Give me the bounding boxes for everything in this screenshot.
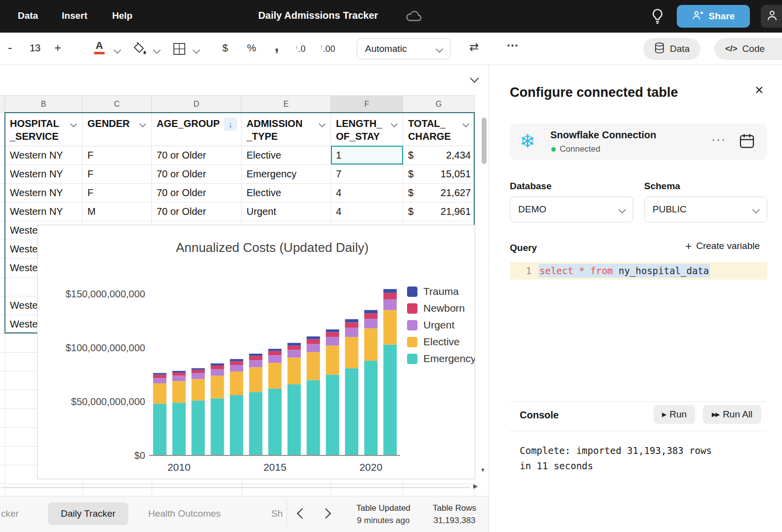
column-letter-E[interactable]: E xyxy=(242,96,331,113)
font-size-increase-button[interactable]: + xyxy=(54,41,61,55)
increase-decimal-button[interactable]: ↑.00 xyxy=(320,43,335,54)
toolbar-overflow-button[interactable]: ··· xyxy=(507,39,519,52)
comma-format-button[interactable]: , xyxy=(275,38,279,54)
menu-insert[interactable]: Insert xyxy=(62,10,87,21)
currency-format-button[interactable]: $ xyxy=(222,42,228,54)
close-panel-icon[interactable]: × xyxy=(755,82,764,97)
schema-select[interactable]: PUBLIC xyxy=(644,197,767,222)
column-header-gender[interactable]: GENDER xyxy=(82,113,152,146)
run-button[interactable]: ▶ Run xyxy=(654,405,695,424)
text-color-button[interactable]: A xyxy=(94,40,105,54)
cell[interactable]: M xyxy=(82,203,152,221)
number-format-select[interactable]: Automatic xyxy=(357,39,451,59)
cell[interactable]: $21,961 xyxy=(403,203,475,221)
tab-daily-tracker[interactable]: Daily Tracker xyxy=(48,502,128,525)
avatar-button[interactable] xyxy=(761,5,782,28)
cell[interactable]: Urgent xyxy=(242,203,331,221)
data-panel-label: Data xyxy=(670,43,690,54)
cell[interactable]: 70 or Older xyxy=(152,165,242,184)
borders-chevron-icon[interactable] xyxy=(194,46,199,55)
menu-help[interactable]: Help xyxy=(112,10,132,21)
swap-icon[interactable]: ⇄ xyxy=(469,41,479,54)
fill-color-icon[interactable] xyxy=(133,42,147,58)
cell[interactable]: $21,627 xyxy=(403,184,475,203)
calendar-icon[interactable] xyxy=(739,133,755,152)
percent-format-button[interactable]: % xyxy=(247,42,256,54)
connection-card[interactable]: ❄ Snowflake Connection Connected ··· xyxy=(510,123,767,160)
cell[interactable]: 7 xyxy=(331,165,403,184)
cell[interactable]: Western NY xyxy=(5,184,82,203)
tab-health-outcomes[interactable]: Health Outcomes xyxy=(148,508,221,519)
cell[interactable]: Emergency xyxy=(242,165,331,184)
sql-editor[interactable]: 1 select * from ny_hospital_data xyxy=(510,258,767,400)
column-letter-B[interactable]: B xyxy=(5,96,82,113)
cell[interactable]: 4 xyxy=(331,203,403,221)
cell[interactable]: F xyxy=(82,184,152,203)
collapse-formula-bar-icon[interactable] xyxy=(471,75,478,83)
query-label: Query xyxy=(510,243,537,253)
borders-icon[interactable] xyxy=(173,42,186,57)
selected-cell[interactable] xyxy=(331,146,403,164)
vertical-scrollbar-thumb[interactable] xyxy=(482,118,487,164)
svg-text:$150,000,000,000: $150,000,000,000 xyxy=(66,288,145,299)
scroll-right-icon[interactable]: ▶ xyxy=(473,483,478,490)
formatting-toolbar: - 13 + A $ % , ↓.0 ↑.00 Automatic ⇄ ··· xyxy=(0,33,782,65)
create-variable-button[interactable]: + Create variable xyxy=(685,241,760,251)
query-code-line[interactable]: 1 select * from ny_hospital_data xyxy=(510,262,767,280)
cell[interactable]: $15,051 xyxy=(403,165,475,184)
scroll-down-icon[interactable]: ▼ xyxy=(480,467,486,473)
cell[interactable]: $2,434 xyxy=(403,146,475,165)
cell[interactable]: Western NY xyxy=(5,203,82,221)
column-header-length[interactable]: LENGTH_OF_STAY xyxy=(331,113,403,146)
header-line: OF_STAY xyxy=(336,130,401,143)
data-panel-button[interactable]: Data xyxy=(643,38,700,60)
document-title[interactable]: Daily Admissions Tracker xyxy=(258,10,378,21)
cell[interactable]: Western NY xyxy=(5,146,82,165)
decrease-decimal-button[interactable]: ↓.0 xyxy=(295,43,306,54)
tab-bar-divider xyxy=(287,500,287,528)
cell[interactable]: Elective xyxy=(242,146,331,165)
column-header-hospital[interactable]: HOSPITAL_SERVICE xyxy=(5,113,82,146)
cell[interactable]: Western NY xyxy=(5,165,82,184)
text-color-chevron-icon[interactable] xyxy=(115,46,120,55)
cell[interactable]: Elective xyxy=(242,184,331,203)
tab-clipped-right[interactable]: Sh xyxy=(271,508,283,519)
cell[interactable]: F xyxy=(82,146,152,165)
spreadsheet-area: BCDEFG HOSPITAL_SERVICEGENDERAGE_GROUP↓A… xyxy=(0,65,489,532)
column-letter-F[interactable]: F xyxy=(331,96,403,113)
column-header-admission[interactable]: ADMISSION_TYPE xyxy=(242,113,331,146)
run-all-button[interactable]: ▶▶ Run All xyxy=(703,405,761,424)
column-letter-D[interactable]: D xyxy=(152,96,242,113)
database-select[interactable]: DEMO xyxy=(510,197,633,222)
font-size-value[interactable]: 13 xyxy=(30,42,41,54)
code-panel-button[interactable]: </> Code xyxy=(714,38,782,60)
cell[interactable]: 70 or Older xyxy=(152,184,242,203)
horizontal-scrollbar[interactable] xyxy=(1,487,470,488)
table-updated-value: 9 minutes ago xyxy=(344,514,423,527)
menu-data[interactable]: Data xyxy=(18,10,38,21)
column-corner[interactable] xyxy=(0,96,5,113)
column-header-agegroup[interactable]: AGE_GROUP↓ xyxy=(152,113,242,146)
cell[interactable]: 4 xyxy=(331,184,403,203)
table-rows-value: 31,193,383 xyxy=(415,514,494,527)
chart-card[interactable]: Annualized Costs (Updated Daily) $0$50,0… xyxy=(37,225,475,479)
font-size-decrease-button[interactable]: - xyxy=(8,40,12,55)
column-letter-C[interactable]: C xyxy=(82,96,152,113)
connection-overflow-button[interactable]: ··· xyxy=(711,132,726,146)
cell[interactable]: F xyxy=(82,165,152,184)
column-header-total[interactable]: TOTAL_CHARGE xyxy=(403,113,475,146)
table-updated-label: Table Updated xyxy=(344,502,423,514)
prev-sheet-icon[interactable] xyxy=(297,508,307,519)
app-window: Data Insert Help Daily Admissions Tracke… xyxy=(0,0,782,532)
share-button[interactable]: Share xyxy=(677,5,750,28)
fill-color-chevron-icon[interactable] xyxy=(154,46,160,55)
lightbulb-icon[interactable] xyxy=(650,8,665,26)
legend-swatch-urgent xyxy=(407,320,417,330)
cell[interactable]: 70 or Older xyxy=(152,203,242,221)
tab-clipped[interactable]: cker xyxy=(1,508,19,519)
cell[interactable]: 70 or Older xyxy=(152,146,242,165)
sort-descending-icon[interactable]: ↓ xyxy=(224,118,237,131)
column-letter-G[interactable]: G xyxy=(403,96,475,113)
table-rows-info: Table Rows 31,193,383 xyxy=(415,502,494,527)
next-sheet-icon[interactable] xyxy=(321,508,331,519)
